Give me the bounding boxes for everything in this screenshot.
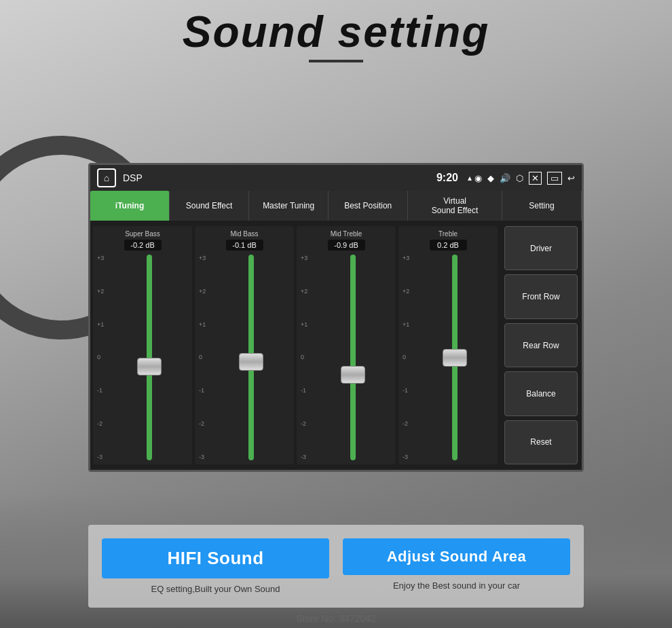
- mid-treble-label: Mid Treble: [331, 230, 362, 238]
- status-bar: ⌂ DSP 9:20 ▴ ◉ ◆ 🔊 ⬡ ✕ ▭ ↩: [90, 165, 582, 191]
- hifi-sound-desc: EQ setting,Built your Own Sound: [102, 584, 329, 594]
- hifi-sound-button[interactable]: HIFI Sound: [102, 538, 329, 578]
- home-icon[interactable]: ⌂: [97, 168, 116, 187]
- dsp-label: DSP: [123, 172, 143, 183]
- status-icons: ◉ ◆ 🔊 ⬡ ✕ ▭ ↩: [474, 172, 575, 185]
- wifi-icon: ◆: [487, 173, 494, 183]
- super-bass-value: -0.2 dB: [124, 240, 162, 251]
- title-underline: [309, 60, 363, 62]
- close-icon[interactable]: ✕: [529, 172, 542, 185]
- mid-bass-track: [248, 255, 254, 460]
- tab-ituning[interactable]: iTuning: [90, 191, 170, 221]
- super-bass-label: Super Bass: [125, 230, 160, 238]
- mid-treble-track: [350, 255, 356, 460]
- super-bass-track: [147, 255, 152, 460]
- page-title: Sound setting: [0, 7, 672, 57]
- tab-sound-effect[interactable]: Sound Effect: [170, 191, 249, 221]
- mid-treble-track-area[interactable]: [313, 255, 393, 460]
- right-panel: Driver Front Row Rear Row Balance Reset: [500, 221, 582, 470]
- treble-label: Treble: [438, 230, 458, 238]
- mid-treble-thumb[interactable]: [341, 366, 365, 384]
- mid-bass-value: -0.1 dB: [226, 240, 263, 251]
- back-icon[interactable]: ↩: [567, 173, 575, 183]
- treble-value: 0.2 dB: [430, 240, 467, 251]
- treble-thumb[interactable]: [443, 349, 467, 367]
- status-time: 9:20: [436, 172, 458, 184]
- feature-boxes: HIFI Sound EQ setting,Built your Own Sou…: [88, 525, 584, 608]
- driver-button[interactable]: Driver: [504, 226, 578, 270]
- adjust-sound-area-box: Adjust Sound Area Enjoy the Best sound i…: [343, 538, 570, 594]
- mid-treble-value: -0.9 dB: [328, 240, 365, 251]
- treble-track-area[interactable]: [415, 255, 495, 460]
- page-title-area: Sound setting: [0, 7, 672, 62]
- front-row-button[interactable]: Front Row: [504, 274, 578, 318]
- volume-icon[interactable]: 🔊: [500, 173, 510, 183]
- mid-treble-slider-container: +3 +2 +1 0 -1 -2 -3: [299, 255, 393, 460]
- eq-channel-treble: Treble 0.2 dB +3 +2 +1 0 -1 -2 -3: [398, 226, 498, 464]
- window-icon[interactable]: ▭: [547, 172, 562, 185]
- tab-best-position[interactable]: Best Position: [329, 191, 408, 221]
- adjust-sound-area-button[interactable]: Adjust Sound Area: [343, 538, 570, 575]
- super-bass-labels: +3 +2 +1 0 -1 -2 -3: [96, 255, 109, 460]
- mid-bass-thumb[interactable]: [239, 353, 263, 371]
- mid-bass-labels: +3 +2 +1 0 -1 -2 -3: [198, 255, 211, 460]
- eq-channel-mid-bass: Mid Bass -0.1 dB +3 +2 +1 0 -1 -2 -3: [195, 226, 294, 464]
- tab-virtual-sound-effect[interactable]: Virtual Sound Effect: [408, 191, 502, 221]
- mid-treble-labels: +3 +2 +1 0 -1 -2 -3: [299, 255, 313, 460]
- reset-button[interactable]: Reset: [504, 420, 578, 464]
- sim-icon: ▴: [468, 173, 472, 183]
- mid-bass-slider-container: +3 +2 +1 0 -1 -2 -3: [198, 255, 291, 460]
- treble-labels: +3 +2 +1 0 -1 -2 -3: [401, 255, 415, 460]
- device-screen: ⌂ DSP 9:20 ▴ ◉ ◆ 🔊 ⬡ ✕ ▭ ↩ iTuning Sound…: [88, 163, 584, 472]
- tab-setting[interactable]: Setting: [502, 191, 582, 221]
- adjust-sound-area-desc: Enjoy the Best sound in your car: [343, 580, 570, 591]
- super-bass-thumb[interactable]: [137, 358, 162, 375]
- camera-icon: ⬡: [516, 173, 523, 183]
- super-bass-slider-container: +3 +2 +1 0 -1 -2 -3: [96, 255, 189, 460]
- eq-channel-mid-treble: Mid Treble -0.9 dB +3 +2 +1 0 -1 -2 -3: [297, 226, 396, 464]
- mid-bass-label: Mid Bass: [230, 230, 258, 238]
- mid-bass-track-area[interactable]: [211, 255, 291, 460]
- eq-sliders: Super Bass -0.2 dB +3 +2 +1 0 -1 -2 -3: [90, 221, 500, 470]
- balance-button[interactable]: Balance: [504, 371, 578, 415]
- treble-track: [452, 255, 458, 460]
- location-icon: ◉: [474, 173, 482, 183]
- treble-slider-container: +3 +2 +1 0 -1 -2 -3: [401, 255, 495, 460]
- nav-tabs: iTuning Sound Effect Master Tuning Best …: [90, 191, 582, 221]
- super-bass-track-area[interactable]: [109, 255, 189, 460]
- store-number: Store No: 3472042: [0, 613, 672, 624]
- hifi-sound-box: HIFI Sound EQ setting,Built your Own Sou…: [102, 538, 329, 594]
- rear-row-button[interactable]: Rear Row: [504, 323, 578, 367]
- eq-content: Super Bass -0.2 dB +3 +2 +1 0 -1 -2 -3: [90, 221, 582, 470]
- eq-channel-super-bass: Super Bass -0.2 dB +3 +2 +1 0 -1 -2 -3: [93, 226, 192, 464]
- tab-master-tuning[interactable]: Master Tuning: [249, 191, 329, 221]
